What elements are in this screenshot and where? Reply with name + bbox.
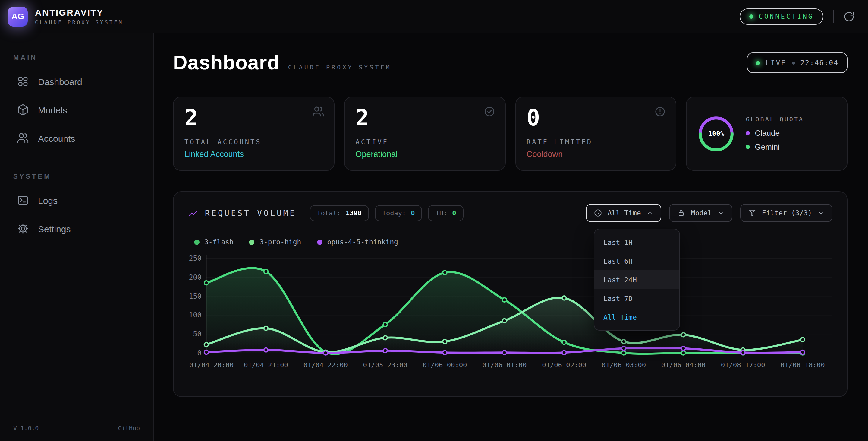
logo-text: AG [11,11,24,21]
legend-label: 3-pro-high [259,238,301,246]
version-label: V 1.0.0 [13,425,38,431]
stat-label: RATE LIMITED [527,138,665,146]
panel-title: REQUEST VOLUME [205,208,296,217]
chart-legend: 3-flash 3-pro-high opus-4-5-thinking [194,238,832,246]
connection-status-badge: CONNECTING [740,8,824,24]
model-icon [677,209,686,217]
sidebar-item-dashboard[interactable]: Dashboard [11,69,142,93]
stat-label: TOTAL ACCOUNTS [184,138,323,146]
app-root: AG ANTIGRAVITY CLAUDE PROXY SYSTEM CONNE… [0,0,868,441]
svg-text:01/04 22:00: 01/04 22:00 [304,361,348,369]
sidebar-section-system: SYSTEM [13,173,142,180]
chevron-down-icon [717,209,724,216]
svg-text:01/04 21:00: 01/04 21:00 [244,361,288,369]
stat-card-active: 2 ACTIVE Operational [344,96,506,171]
svg-text:01/06 02:00: 01/06 02:00 [542,361,586,369]
model-button[interactable]: Model [670,204,733,222]
global-quota-card: 100% GLOBAL QUOTA Claude Gemini [686,96,848,171]
main-content: Dashboard CLAUDE PROXY SYSTEM LIVE 22:46… [154,33,868,441]
badge-value: 0 [452,209,456,217]
refresh-icon [843,10,855,22]
sidebar-item-models[interactable]: Models [11,98,142,122]
volume-chart-svg: 05010015020025001/04 20:0001/04 21:0001/… [188,252,832,379]
stat-card-rate-limited: 0 RATE LIMITED Cooldown [515,96,677,171]
model-button-label: Model [691,209,712,217]
hour-badge: 1H: 0 [428,205,463,221]
today-badge: Today: 0 [375,205,422,221]
line-chart: 05010015020025001/04 20:0001/04 21:0001/… [188,252,832,381]
svg-text:50: 50 [193,330,201,338]
stat-value: 2 [355,106,494,130]
time-range-button[interactable]: All Time [586,204,661,222]
gemini-dot-icon [746,145,750,149]
menu-item-last-24h[interactable]: Last 24H [594,270,679,289]
topbar: AG ANTIGRAVITY CLAUDE PROXY SYSTEM CONNE… [0,0,868,33]
live-dot-icon [756,61,760,65]
svg-text:01/08 17:00: 01/08 17:00 [721,361,765,369]
svg-text:01/06 00:00: 01/06 00:00 [423,361,467,369]
badge-label: Total: [317,209,341,217]
github-link[interactable]: GitHub [118,425,140,431]
grid-icon [17,76,29,87]
legend-label: 3-flash [204,238,234,246]
menu-item-last-7d[interactable]: Last 7D [594,289,679,308]
legend-item: 3-pro-high [249,238,301,246]
funnel-icon [748,209,756,217]
sidebar-item-accounts[interactable]: Accounts [11,126,142,150]
stat-sublabel: Linked Accounts [184,149,323,158]
stat-cards-row: 2 TOTAL ACCOUNTS Linked Accounts 2 ACTIV… [173,96,847,171]
app-logo: AG [8,6,28,26]
live-badge: LIVE 22:46:04 [747,53,847,73]
series-dot-icon [317,239,322,245]
page-title: Dashboard [173,51,280,74]
sidebar-item-label: Dashboard [38,76,82,87]
users-icon [312,106,324,118]
quota-donut: 100% [698,115,735,152]
svg-text:01/06 03:00: 01/06 03:00 [601,361,646,369]
chevron-up-icon [647,209,654,216]
badge-label: Today: [382,209,406,217]
total-badge: Total: 1390 [310,205,369,221]
menu-item-last-1h[interactable]: Last 1H [594,233,679,252]
terminal-icon [17,194,29,206]
badge-value: 0 [411,209,415,217]
legend-item: 3-flash [194,238,234,246]
sidebar-item-label: Settings [38,224,70,234]
svg-text:01/08 18:00: 01/08 18:00 [781,361,825,369]
series-dot-icon [194,239,199,245]
badge-label: 1H: [435,209,447,217]
cube-icon [17,104,29,116]
stat-value: 0 [527,106,665,130]
legend-label: opus-4-5-thinking [327,238,398,246]
brand: AG ANTIGRAVITY CLAUDE PROXY SYSTEM [8,6,123,26]
connection-status-text: CONNECTING [759,12,814,20]
page-subtitle: CLAUDE PROXY SYSTEM [288,64,392,70]
quota-label: GLOBAL QUOTA [746,116,804,122]
svg-text:01/04 20:00: 01/04 20:00 [189,361,234,369]
menu-item-all-time[interactable]: All Time [594,308,679,326]
live-label: LIVE [766,59,786,67]
stat-value: 2 [184,106,323,130]
svg-text:250: 250 [189,254,202,262]
quota-item-claude: Claude [746,128,804,138]
quota-item-label: Gemini [755,142,780,151]
sidebar-item-label: Logs [38,195,58,205]
svg-text:200: 200 [189,273,202,281]
sidebar-item-logs[interactable]: Logs [11,188,142,212]
filter-button[interactable]: Filter (3/3) [740,204,832,222]
badge-value: 1390 [346,209,362,217]
svg-text:150: 150 [189,292,202,300]
filter-button-label: Filter (3/3) [762,209,812,217]
menu-item-last-6h[interactable]: Last 6H [594,252,679,270]
refresh-button[interactable] [843,10,855,22]
svg-text:01/05 23:00: 01/05 23:00 [363,361,407,369]
live-clock: 22:46:04 [800,59,838,67]
alert-circle-icon [654,106,666,118]
sidebar-item-settings[interactable]: Settings [11,216,142,241]
live-separator-dot [792,61,795,64]
check-circle-icon [483,106,495,118]
sidebar: MAIN Dashboard Models Accounts SYSTEM [0,33,154,441]
quota-percent: 100% [698,115,735,152]
clock-icon [594,209,602,217]
topbar-divider [833,10,834,23]
